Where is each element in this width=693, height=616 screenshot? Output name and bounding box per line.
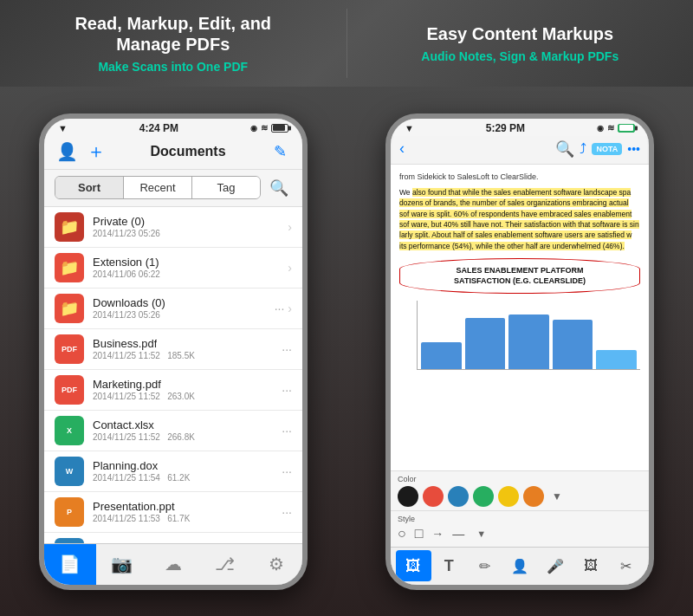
line-shape[interactable]: —: [452, 527, 464, 541]
file-meta: 2014/11/25 11:53 61.7K: [93, 514, 276, 523]
style-section: Style ○ □ → — ▼: [391, 510, 649, 547]
nav-left-icons: 👤 ＋: [55, 139, 108, 164]
dots-icon[interactable]: ···: [282, 505, 292, 519]
tool-text[interactable]: T: [431, 557, 467, 575]
tool-audio[interactable]: 🎤: [537, 558, 573, 574]
tool-stamp[interactable]: 👤: [502, 558, 538, 574]
wifi-status-icon: ≋: [261, 123, 268, 133]
search-button[interactable]: 🔍: [266, 175, 292, 201]
pdf-icon: PDF: [55, 375, 84, 405]
list-item[interactable]: X Contact.xlsx 2014/11/25 11:52 266.8K ·…: [44, 411, 302, 451]
nav-title: Documents: [150, 144, 225, 159]
list-item[interactable]: W Planning.dox 2014/11/25 11:54 61.2K ··…: [44, 451, 302, 492]
list-item[interactable]: 📁 Downloads (0) 2014/11/23 05:26 ··· ›: [44, 289, 302, 329]
dots-icon[interactable]: ···: [282, 383, 292, 397]
dots-icon[interactable]: ···: [282, 464, 292, 478]
dots-icon[interactable]: ···: [282, 342, 292, 356]
file-name: Downloads (0): [93, 296, 269, 309]
color-swatch-green[interactable]: [473, 486, 494, 507]
share-pdf-icon[interactable]: ⤴: [580, 141, 586, 157]
dots-icon[interactable]: ···: [282, 424, 292, 438]
search-pdf-icon[interactable]: 🔍: [555, 139, 574, 159]
docx-icon: W: [55, 457, 84, 486]
tab-settings[interactable]: ⚙: [250, 544, 302, 585]
color-swatch-red[interactable]: [423, 486, 444, 507]
list-item[interactable]: P Presentation.ppt 2014/11/25 11:53 61.7…: [44, 492, 302, 533]
file-name: Marketing.pdf: [93, 378, 276, 391]
chart-title: SALES ENABLEMENT PLATFORM SATISFACTION (…: [411, 266, 629, 286]
color-dropdown-icon[interactable]: ▼: [552, 490, 562, 503]
battery-fill: [273, 125, 285, 131]
pdf-highlighted-text: also found that while the sales enableme…: [399, 188, 639, 250]
right-wifi-status-icon: ≋: [607, 123, 614, 133]
color-swatch-yellow[interactable]: [498, 486, 519, 507]
tool-image[interactable]: 🖼: [396, 550, 431, 581]
file-meta: 2014/11/25 11:52 266.8K: [93, 432, 276, 442]
left-phone-container: ▼ 4:24 PM ◉ ≋ 👤 ＋ Documents ✎: [0, 87, 346, 616]
tool-scissors[interactable]: ✂: [608, 558, 644, 574]
bar-3: [508, 314, 549, 369]
bar-1: [421, 342, 462, 370]
chevron-icon: ›: [288, 220, 292, 234]
bar-chart-wrapper: 60 50 40 30 20 10: [399, 301, 640, 370]
pdf-nav-right: 🔍 ⤴ NOTA •••: [555, 139, 640, 159]
recent-button[interactable]: Recent: [124, 177, 192, 198]
cloud-tab-icon: ☁: [165, 554, 182, 574]
list-item[interactable]: W Report.dox 2014/11/23 07:48 1.2M ···: [44, 533, 302, 543]
filter-button-group: Sort Recent Tag: [55, 176, 261, 199]
add-icon[interactable]: ＋: [84, 139, 108, 164]
folder-dl-icon: 📁: [55, 294, 84, 323]
right-battery-fill: [619, 125, 633, 131]
tab-cloud[interactable]: ☁: [147, 544, 199, 585]
color-swatches: ▼: [398, 486, 642, 507]
rect-shape[interactable]: □: [415, 526, 424, 541]
profile-icon[interactable]: 👤: [55, 139, 79, 164]
left-status-bar: ▼ 4:24 PM ◉ ≋: [44, 119, 302, 136]
bar-2: [465, 318, 506, 369]
file-name: Private (0): [93, 215, 284, 228]
pdf-icon: PDF: [55, 334, 84, 364]
color-swatch-orange[interactable]: [523, 486, 544, 507]
list-item[interactable]: PDF Marketing.pdf 2014/11/25 11:52 263.0…: [44, 370, 302, 411]
tag-button[interactable]: Tag: [192, 177, 260, 198]
color-swatch-black[interactable]: [398, 486, 418, 507]
promo-right: Easy Content Markups Audio Notes, Sign &…: [347, 0, 694, 87]
list-item[interactable]: 📁 Private (0) 2014/11/23 05:26 ›: [44, 207, 302, 248]
file-name: Extension (1): [93, 256, 284, 269]
style-options: ○ □ → — ▼: [398, 526, 642, 541]
tool-pen[interactable]: ✏: [467, 558, 502, 574]
more-pdf-icon[interactable]: •••: [627, 142, 640, 156]
back-icon[interactable]: ‹: [399, 139, 405, 158]
sync-tab-icon: ⎇: [215, 554, 235, 574]
tab-documents[interactable]: 📄: [44, 544, 96, 585]
sort-button[interactable]: Sort: [55, 177, 124, 198]
file-name: Contact.xlsx: [93, 418, 276, 431]
bar-4: [553, 320, 593, 369]
circle-shape[interactable]: ○: [398, 526, 406, 541]
arrow-shape[interactable]: →: [431, 527, 444, 541]
file-meta: 2014/11/25 11:52 263.0K: [93, 392, 276, 401]
file-info: Downloads (0) 2014/11/23 05:26: [93, 296, 269, 320]
right-phone-container: ▼ 5:29 PM ◉ ≋ ‹ 🔍 ⤴: [346, 87, 693, 616]
chevron-icon: ›: [288, 302, 292, 315]
color-swatch-blue[interactable]: [448, 486, 469, 507]
file-info: Business.pdf 2014/11/25 11:52 185.5K: [93, 337, 276, 360]
right-battery-icon: [618, 124, 635, 133]
tab-sync[interactable]: ⎇: [199, 544, 251, 585]
compose-icon[interactable]: ✎: [268, 139, 292, 164]
file-meta: 2014/11/06 06:22: [93, 269, 284, 279]
dots-icon[interactable]: ···: [275, 302, 285, 315]
tab-camera[interactable]: 📷: [96, 544, 148, 585]
left-iphone-frame: ▼ 4:24 PM ◉ ≋ 👤 ＋ Documents ✎: [39, 113, 308, 590]
list-item[interactable]: PDF Business.pdf 2014/11/25 11:52 185.5K…: [44, 329, 302, 370]
file-info: Contact.xlsx 2014/11/25 11:52 266.8K: [93, 418, 276, 442]
file-name: Presentation.ppt: [93, 500, 276, 513]
right-iphone-frame: ▼ 5:29 PM ◉ ≋ ‹ 🔍 ⤴: [385, 113, 654, 590]
style-dropdown-icon[interactable]: ▼: [476, 528, 486, 539]
list-item[interactable]: 📁 Extension (1) 2014/11/06 06:22 ›: [44, 248, 302, 289]
folder-ext-icon: 📁: [55, 253, 84, 282]
file-info: Extension (1) 2014/11/06 06:22: [93, 256, 284, 279]
tool-photo[interactable]: 🖼: [573, 558, 608, 574]
bar-5: [596, 350, 637, 369]
status-time: 4:24 PM: [139, 122, 178, 134]
